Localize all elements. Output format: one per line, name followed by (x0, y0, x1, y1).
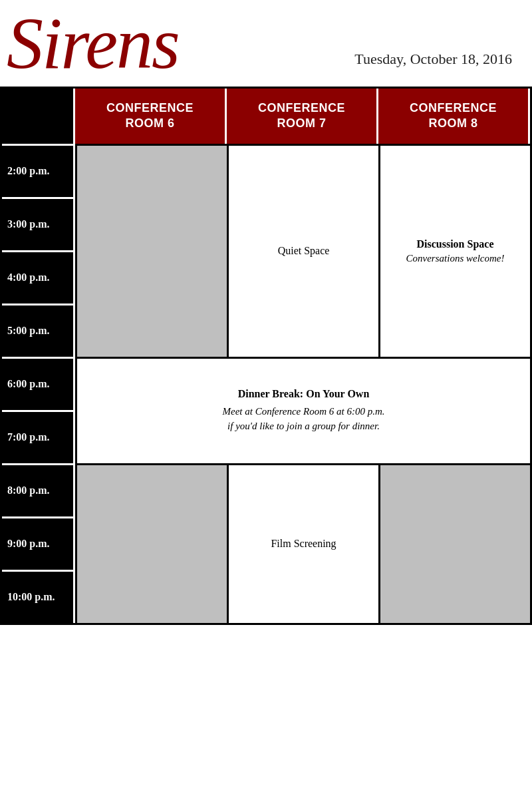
room6-evening-block (75, 463, 227, 623)
time-3pm: 3:00 p.m. (2, 197, 75, 250)
dinner-title: Dinner Break: On Your Own (238, 388, 370, 400)
room7-film-screening: Film Screening (227, 463, 378, 623)
film-screening-label: Film Screening (271, 538, 336, 550)
header-room7: CONFERENCEROOM 7 (227, 89, 378, 144)
header-blank (2, 89, 75, 144)
header-date: Tuesday, October 18, 2016 (354, 51, 512, 80)
room8-discussion-space: Discussion Space Conversations welcome! (378, 144, 530, 357)
quiet-space-label: Quiet Space (278, 245, 330, 257)
time-5pm: 5:00 p.m. (2, 303, 75, 357)
time-9pm: 9:00 p.m. (2, 516, 75, 570)
time-2pm: 2:00 p.m. (2, 144, 75, 197)
discussion-space-subtitle: Conversations welcome! (406, 253, 505, 264)
dinner-line2: if you'd like to join a group for dinner… (227, 419, 380, 434)
header-room8: CONFERENCEROOM 8 (378, 89, 530, 144)
time-7pm: 7:00 p.m. (2, 410, 75, 463)
page-header: Sirens Tuesday, October 18, 2016 (0, 0, 532, 87)
room6-afternoon-block (75, 144, 227, 357)
dinner-break-cell: Dinner Break: On Your Own Meet at Confer… (75, 357, 530, 463)
time-6pm: 6:00 p.m. (2, 357, 75, 410)
room7-quiet-space: Quiet Space (227, 144, 378, 357)
header-room6: CONFERENCEROOM 6 (75, 89, 227, 144)
time-10pm: 10:00 p.m. (2, 570, 75, 623)
discussion-space-title: Discussion Space (416, 238, 493, 250)
room8-evening-block (378, 463, 530, 623)
schedule-grid: CONFERENCEROOM 6 CONFERENCEROOM 7 CONFER… (0, 87, 532, 625)
time-8pm: 8:00 p.m. (2, 463, 75, 516)
time-4pm: 4:00 p.m. (2, 250, 75, 303)
logo: Sirens (7, 7, 179, 80)
dinner-line1: Meet at Conference Room 6 at 6:00 p.m. (223, 404, 385, 419)
